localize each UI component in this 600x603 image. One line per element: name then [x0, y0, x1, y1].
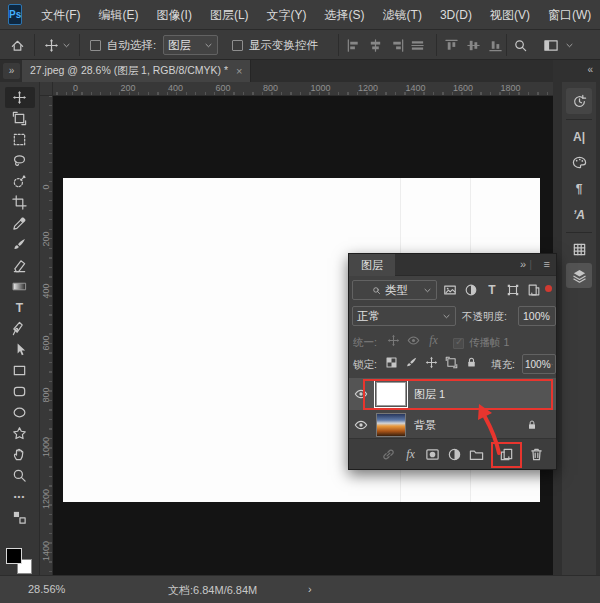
- menu-file[interactable]: 文件(F): [32, 0, 89, 30]
- menu-filter[interactable]: 滤镜(T): [374, 0, 431, 30]
- move-tool-icon[interactable]: [44, 38, 59, 53]
- menu-3d[interactable]: 3D(D): [431, 0, 481, 30]
- gradient-tool[interactable]: [5, 276, 35, 297]
- collapse-dock-button[interactable]: «: [587, 64, 593, 75]
- layer-name[interactable]: 背景: [414, 418, 436, 433]
- chevron-down-icon[interactable]: [565, 41, 574, 50]
- h-ruler-tick: 1400: [406, 83, 426, 93]
- lock-checker-icon[interactable]: [385, 356, 398, 369]
- status-chevron-icon[interactable]: ›: [308, 583, 312, 595]
- character-panel-button[interactable]: A|: [566, 124, 592, 149]
- color-panel-button[interactable]: [566, 150, 592, 175]
- home-icon[interactable]: [10, 38, 25, 53]
- chevrons-right-icon[interactable]: »: [520, 258, 526, 270]
- layers-panel-button-button[interactable]: [566, 263, 592, 288]
- layer-name[interactable]: 图层 1: [414, 387, 445, 402]
- auto-select-dropdown[interactable]: 图层: [163, 35, 218, 55]
- menu-layer[interactable]: 图层(L): [201, 0, 258, 30]
- search-icon[interactable]: [513, 38, 528, 53]
- add-mask-button[interactable]: [425, 447, 440, 462]
- document-tab[interactable]: 27.jpeg @ 28.6% (图层 1, RGB/8/CMYK) * ×: [22, 60, 251, 82]
- workspace-icon[interactable]: [541, 38, 561, 53]
- marquee-tool[interactable]: [5, 129, 35, 150]
- lock-lockfill-icon[interactable]: [465, 356, 478, 369]
- menu-window[interactable]: 窗口(W): [539, 0, 600, 30]
- menu-image[interactable]: 图像(I): [148, 0, 201, 30]
- history-panel-button[interactable]: [566, 88, 592, 114]
- layer-thumbnail[interactable]: [376, 382, 406, 406]
- filter-imgfilter-icon[interactable]: [443, 283, 457, 297]
- swap-colors[interactable]: [5, 507, 35, 528]
- lock-brush-icon[interactable]: [405, 356, 418, 369]
- pen-tool[interactable]: [5, 318, 35, 339]
- filter-smartobj-icon[interactable]: [527, 283, 541, 297]
- align-center-icon[interactable]: [368, 38, 383, 53]
- new-layer-button[interactable]: [499, 447, 514, 462]
- link-layers-button[interactable]: [381, 447, 396, 462]
- delete-layer-button[interactable]: [529, 447, 544, 462]
- move-tool[interactable]: [5, 87, 35, 108]
- layer-filter-buttons: T: [443, 283, 541, 297]
- zoom-tool[interactable]: [5, 465, 35, 486]
- ellipse-tool[interactable]: [5, 402, 35, 423]
- new-group-button[interactable]: [469, 447, 484, 462]
- menu-edit[interactable]: 编辑(E): [90, 0, 148, 30]
- align-right-icon[interactable]: [390, 38, 405, 53]
- align-middle-icon[interactable]: [466, 38, 481, 53]
- quick-select-tool[interactable]: [5, 171, 35, 192]
- lock-frame-icon[interactable]: [445, 356, 458, 369]
- unify-move-icon[interactable]: [387, 334, 400, 347]
- layer-thumbnail[interactable]: [376, 413, 406, 437]
- show-transform-checkbox[interactable]: [232, 40, 243, 51]
- crop-tool[interactable]: [5, 192, 35, 213]
- unify-eye-icon[interactable]: [407, 334, 420, 347]
- filter-shapefilter-icon[interactable]: [506, 283, 520, 297]
- character-styles-panel-button[interactable]: [566, 237, 592, 262]
- hand-tool[interactable]: [5, 444, 35, 465]
- layers-panel-tab[interactable]: 图层: [349, 254, 395, 276]
- blend-mode-dropdown[interactable]: 正常: [352, 306, 456, 326]
- eyedropper-tool[interactable]: [5, 213, 35, 234]
- glyphs-panel-button[interactable]: ʼA: [566, 202, 592, 227]
- path-select-tool[interactable]: [5, 339, 35, 360]
- zoom-level[interactable]: 28.56%: [28, 583, 65, 595]
- new-adjustment-button[interactable]: [447, 447, 462, 462]
- rectangle-tool[interactable]: [5, 360, 35, 381]
- lasso-tool[interactable]: [5, 150, 35, 171]
- filter-typefilter-icon[interactable]: T: [485, 283, 499, 297]
- hamburger-menu-icon[interactable]: ≡: [544, 258, 550, 270]
- auto-select-checkbox[interactable]: [90, 40, 101, 51]
- brush-tool[interactable]: [5, 234, 35, 255]
- filter-adjust-icon[interactable]: [464, 283, 478, 297]
- tab-close-icon[interactable]: ×: [236, 65, 242, 77]
- eraser-tool[interactable]: [5, 255, 35, 276]
- lock-move-icon[interactable]: [425, 356, 438, 369]
- distribute-icon[interactable]: [410, 38, 425, 53]
- align-top-icon[interactable]: [444, 38, 459, 53]
- visibility-eye-icon[interactable]: [354, 387, 368, 401]
- menu-type[interactable]: 文字(Y): [258, 0, 316, 30]
- layer-filter-dropdown[interactable]: 类型: [352, 280, 437, 300]
- propagate-frame-checkbox[interactable]: [453, 338, 464, 349]
- layer-row-layer1[interactable]: 图层 1: [349, 378, 556, 410]
- visibility-eye-icon[interactable]: [354, 418, 368, 432]
- edit-toolbar[interactable]: •••: [5, 486, 35, 507]
- menu-view[interactable]: 视图(V): [481, 0, 539, 30]
- layer-style-button[interactable]: fx: [403, 447, 418, 462]
- frame-tool[interactable]: [5, 108, 35, 129]
- menu-select[interactable]: 选择(S): [316, 0, 374, 30]
- align-left-icon[interactable]: [346, 38, 361, 53]
- paragraph-panel-button[interactable]: ¶: [566, 176, 592, 201]
- layer-row-background[interactable]: 背景: [349, 410, 556, 440]
- expand-toolbar-button[interactable]: »: [3, 63, 20, 79]
- align-bottom-icon[interactable]: [488, 38, 503, 53]
- rounded-rect-tool[interactable]: [5, 381, 35, 402]
- type-tool[interactable]: T: [5, 297, 35, 318]
- foreground-color-swatch[interactable]: [6, 548, 22, 564]
- unify-fx-icon[interactable]: fx: [427, 334, 440, 347]
- fill-dropdown[interactable]: 100%: [522, 354, 556, 374]
- opacity-dropdown[interactable]: 100%: [518, 306, 556, 326]
- chevron-down-icon[interactable]: [62, 41, 71, 50]
- custom-shape-tool[interactable]: [5, 423, 35, 444]
- filter-toggle-icon[interactable]: [545, 285, 552, 292]
